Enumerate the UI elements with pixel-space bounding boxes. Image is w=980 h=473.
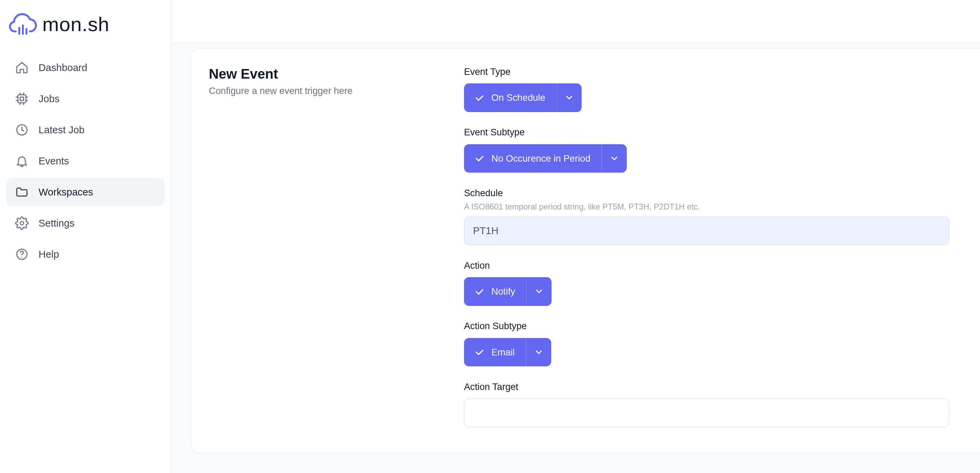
check-icon [474,153,485,164]
action-target-label: Action Target [464,381,950,392]
event-subtype-selected-label: No Occurence in Period [492,153,590,164]
schedule-label: Schedule [464,187,950,198]
brand-logo[interactable]: mon.sh [6,5,164,54]
sidebar-item-events[interactable]: Events [6,147,164,175]
sidebar-item-label: Help [39,249,59,260]
event-type-select[interactable]: On Schedule [464,83,582,112]
sidebar-nav: Dashboard Jobs Latest Job Events [6,53,164,268]
new-event-card: New Event Configure a new event trigger … [191,49,980,454]
event-type-dropdown-toggle[interactable] [557,83,582,112]
sidebar-item-label: Settings [39,218,75,229]
sidebar-item-label: Latest Job [39,124,84,136]
field-action-target: Action Target [464,381,950,427]
action-subtype-selected-button[interactable]: Email [464,338,526,367]
chevron-down-icon [534,286,544,296]
action-dropdown-toggle[interactable] [527,277,552,306]
main-content: New Event Configure a new event trigger … [171,43,980,473]
svg-point-16 [21,257,22,258]
folder-icon [15,185,29,199]
chevron-down-icon [609,154,619,163]
sidebar-item-label: Events [39,156,69,167]
event-subtype-select[interactable]: No Occurence in Period [464,144,627,173]
action-subtype-dropdown-toggle[interactable] [526,338,551,367]
sidebar-item-workspaces[interactable]: Workspaces [6,178,164,206]
bell-icon [15,154,29,168]
action-label: Action [464,260,950,271]
schedule-hint: A ISO8601 temporal period string, like P… [464,202,950,211]
action-subtype-selected-label: Email [492,347,515,358]
home-icon [15,61,29,75]
sidebar-item-label: Dashboard [39,62,87,73]
event-subtype-selected-button[interactable]: No Occurence in Period [464,144,602,173]
sidebar-item-latest-job[interactable]: Latest Job [6,116,164,144]
schedule-input[interactable] [464,217,950,245]
check-icon [474,346,485,358]
field-schedule: Schedule A ISO8601 temporal period strin… [464,187,950,245]
event-subtype-label: Event Subtype [464,127,950,138]
gear-icon [15,216,29,230]
action-selected-button[interactable]: Notify [464,277,527,306]
field-event-type: Event Type On Schedule [464,66,950,112]
check-icon [474,92,485,103]
action-selected-label: Notify [492,286,515,297]
chevron-down-icon [564,93,574,103]
svg-rect-4 [20,97,24,100]
action-select[interactable]: Notify [464,277,552,306]
svg-point-14 [20,221,24,225]
sidebar-item-jobs[interactable]: Jobs [6,84,164,113]
field-action: Action Notify [464,260,950,306]
brand-name: mon.sh [42,13,110,35]
event-subtype-dropdown-toggle[interactable] [602,144,627,173]
event-form: Event Type On Schedule [464,66,950,427]
clock-icon [15,123,29,137]
sidebar-item-dashboard[interactable]: Dashboard [6,53,164,82]
sidebar-item-settings[interactable]: Settings [6,209,164,238]
sidebar: mon.sh Dashboard Jobs Latest Job [0,0,171,473]
page-subtitle: Configure a new event trigger here [209,86,439,96]
sidebar-item-label: Workspaces [39,187,93,198]
event-type-label: Event Type [464,66,950,77]
action-subtype-label: Action Subtype [464,321,950,332]
field-event-subtype: Event Subtype No Occurence in Period [464,127,950,173]
field-action-subtype: Action Subtype Email [464,321,950,367]
svg-rect-3 [18,95,25,103]
check-icon [474,286,485,297]
action-target-input[interactable] [464,398,950,427]
page-title: New Event [209,66,439,82]
help-circle-icon [15,248,29,261]
chevron-down-icon [534,347,544,357]
topbar [171,0,980,43]
action-subtype-select[interactable]: Email [464,338,551,367]
event-type-selected-button[interactable]: On Schedule [464,83,557,112]
sidebar-item-label: Jobs [39,93,60,105]
event-type-selected-label: On Schedule [492,92,546,103]
cloud-logo-icon [8,10,37,39]
cpu-icon [15,92,29,106]
sidebar-item-help[interactable]: Help [6,240,164,268]
